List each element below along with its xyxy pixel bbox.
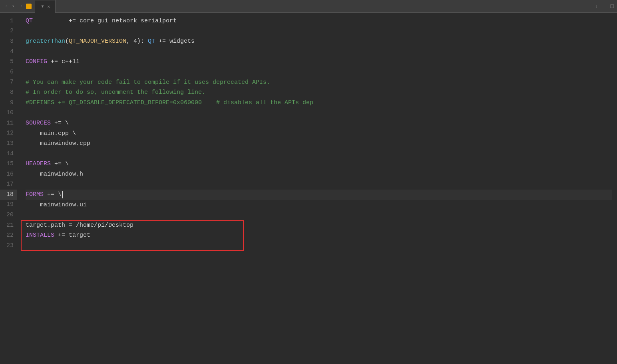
code-line-7: # You can make your code fail to compile… bbox=[26, 77, 612, 88]
line-number-10: 10 bbox=[0, 108, 17, 118]
line-number-9: 9 bbox=[0, 98, 17, 108]
tab-area: ▼ ✕ bbox=[35, 0, 56, 13]
title-bar-left: ‹ › · ▼ ✕ bbox=[3, 0, 56, 13]
code-token: += core gui network serialport bbox=[33, 16, 177, 26]
code-token: target.path = /home/pi/Desktop bbox=[26, 220, 133, 231]
code-line-20 bbox=[26, 210, 612, 220]
line-number-13: 13 bbox=[0, 138, 17, 149]
code-line-8: # In order to do so, uncomment the follo… bbox=[26, 87, 612, 98]
line-number-22: 22 bbox=[0, 230, 17, 241]
code-token: main.cpp \ bbox=[26, 129, 76, 139]
file-tab[interactable]: ▼ ✕ bbox=[35, 0, 56, 13]
code-token: += \ bbox=[51, 159, 69, 169]
code-token: # You can make your code fail to compile… bbox=[26, 77, 270, 88]
code-token: mainwindow.h bbox=[26, 169, 83, 180]
code-line-21: target.path = /home/pi/Desktop bbox=[26, 220, 612, 231]
text-cursor bbox=[62, 191, 63, 198]
code-token: #DEFINES += QT_DISABLE_DEPRECATED_BEFORE… bbox=[26, 98, 313, 108]
forward-arrow[interactable]: › bbox=[10, 3, 16, 10]
title-bar-right: ↓ □ bbox=[588, 3, 614, 10]
scrollbar[interactable] bbox=[612, 13, 617, 364]
code-line-2 bbox=[26, 26, 612, 37]
code-token: += c++11 bbox=[47, 57, 80, 67]
code-line-1: QT += core gui network serialport bbox=[26, 16, 612, 26]
code-line-6 bbox=[26, 67, 612, 77]
line-number-11: 11 bbox=[0, 118, 17, 129]
code-token: FORMS bbox=[26, 190, 44, 200]
encoding-arrow: ↓ bbox=[595, 4, 597, 9]
line-number-5: 5 bbox=[0, 57, 17, 67]
code-line-4 bbox=[26, 47, 612, 57]
code-line-15: HEADERS += \ bbox=[26, 159, 612, 169]
code-line-12: main.cpp \ bbox=[26, 129, 612, 139]
code-token: += \ bbox=[51, 118, 69, 129]
code-token: QT bbox=[148, 36, 155, 47]
line-number-6: 6 bbox=[0, 67, 17, 77]
line-number-7: 7 bbox=[0, 77, 17, 88]
line-number-2: 2 bbox=[0, 26, 17, 37]
code-line-17 bbox=[26, 180, 612, 190]
code-line-10 bbox=[26, 108, 612, 118]
maximize-icon: □ bbox=[611, 3, 614, 10]
line-number-16: 16 bbox=[0, 169, 17, 180]
tab-arrow: ▼ bbox=[41, 4, 44, 9]
code-line-18: FORMS += \ bbox=[26, 190, 612, 200]
code-token: , 4): bbox=[126, 36, 148, 47]
line-number-15: 15 bbox=[0, 159, 17, 169]
line-number-4: 4 bbox=[0, 47, 17, 57]
file-icon bbox=[26, 4, 32, 9]
line-number-17: 17 bbox=[0, 180, 17, 190]
code-line-11: SOURCES += \ bbox=[26, 118, 612, 129]
line-number-21: 21 bbox=[0, 220, 17, 231]
separator-dot: · bbox=[19, 3, 23, 10]
line-number-8: 8 bbox=[0, 87, 17, 98]
code-token: += target bbox=[54, 230, 90, 241]
line-number-3: 3 bbox=[0, 36, 17, 47]
code-line-16: mainwindow.h bbox=[26, 169, 612, 180]
code-token: # In order to do so, uncomment the follo… bbox=[26, 87, 205, 98]
code-line-5: CONFIG += c++11 bbox=[26, 57, 612, 67]
line-number-12: 12 bbox=[0, 129, 17, 139]
code-token: INSTALLS bbox=[26, 230, 54, 241]
code-line-22: INSTALLS += target bbox=[26, 230, 612, 241]
code-token: QT_MAJOR_VERSION bbox=[69, 36, 126, 47]
code-line-23 bbox=[26, 241, 612, 251]
code-area[interactable]: QT += core gui network serialport greate… bbox=[21, 13, 612, 364]
code-token: HEADERS bbox=[26, 159, 51, 169]
code-token: QT bbox=[26, 16, 33, 26]
code-token: ( bbox=[65, 36, 69, 47]
code-line-14 bbox=[26, 149, 612, 159]
code-token: += \ bbox=[44, 190, 62, 200]
nav-arrows: ‹ › bbox=[3, 3, 16, 10]
line-number-20: 20 bbox=[0, 210, 17, 220]
code-token: += widgets bbox=[155, 36, 195, 47]
line-number-14: 14 bbox=[0, 149, 17, 159]
line-number-1: 1 bbox=[0, 16, 17, 26]
code-token: mainwindow.cpp bbox=[26, 138, 90, 149]
editor-container: 1234567891011121314151617181920212223 QT… bbox=[0, 13, 617, 364]
line-number-23: 23 bbox=[0, 241, 17, 251]
code-token: mainwindow.ui bbox=[26, 200, 87, 210]
back-arrow[interactable]: ‹ bbox=[3, 3, 9, 10]
tab-close-button[interactable]: ✕ bbox=[46, 4, 51, 10]
code-line-9: #DEFINES += QT_DISABLE_DEPRECATED_BEFORE… bbox=[26, 98, 612, 108]
line-number-19: 19 bbox=[0, 200, 17, 210]
code-line-3: greaterThan(QT_MAJOR_VERSION, 4): QT += … bbox=[26, 36, 612, 47]
line-number-18: 18 bbox=[0, 190, 17, 200]
title-bar: ‹ › · ▼ ✕ ↓ □ bbox=[0, 0, 617, 13]
code-token: greaterThan bbox=[26, 36, 65, 47]
code-line-19: mainwindow.ui bbox=[26, 200, 612, 210]
code-token: SOURCES bbox=[26, 118, 51, 129]
line-numbers: 1234567891011121314151617181920212223 bbox=[0, 13, 21, 364]
code-line-13: mainwindow.cpp bbox=[26, 138, 612, 149]
code-token: CONFIG bbox=[26, 57, 47, 67]
